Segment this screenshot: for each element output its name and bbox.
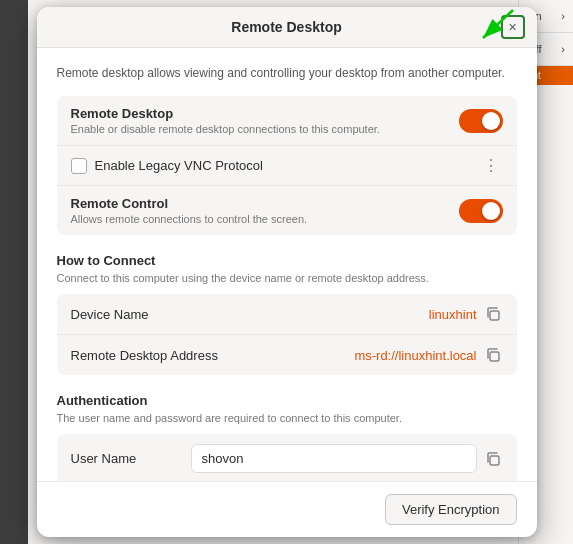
background-sidebar — [0, 0, 28, 544]
verify-encryption-button[interactable]: Verify Encryption — [385, 494, 517, 525]
remote-address-value: ms-rd://linuxhint.local — [354, 348, 476, 363]
connection-info-card: Device Name linuxhint — [57, 294, 517, 375]
remote-desktop-toggle-thumb — [482, 112, 500, 130]
remote-desktop-toggle-row: Remote Desktop Enable or disable remote … — [57, 96, 517, 146]
arrow-annotation — [453, 0, 533, 70]
username-input[interactable] — [191, 444, 477, 473]
username-copy-button[interactable] — [483, 449, 503, 469]
remote-desktop-toggle-label-group: Remote Desktop Enable or disable remote … — [71, 106, 459, 135]
authentication-section: Authentication The user name and passwor… — [57, 393, 517, 481]
remote-control-toggle-row: Remote Control Allows remote connections… — [57, 186, 517, 235]
dialog-title: Remote Desktop — [231, 19, 341, 35]
dialog-body: Remote desktop allows viewing and contro… — [37, 48, 537, 481]
remote-control-sublabel: Allows remote connections to control the… — [71, 213, 459, 225]
remote-address-row: Remote Desktop Address ms-rd://linuxhint… — [57, 335, 517, 375]
remote-desktop-toggle[interactable] — [459, 109, 503, 133]
svg-rect-2 — [490, 311, 499, 320]
how-to-connect-section: How to Connect Connect to this computer … — [57, 253, 517, 375]
svg-rect-3 — [490, 352, 499, 361]
legacy-vnc-checkbox-group: Enable Legacy VNC Protocol — [71, 158, 263, 174]
authentication-heading: Authentication — [57, 393, 517, 408]
dialog-footer: Verify Encryption — [37, 481, 537, 537]
legacy-vnc-checkbox[interactable] — [71, 158, 87, 174]
remote-control-toggle-thumb — [482, 202, 500, 220]
remote-desktop-card: Remote Desktop Enable or disable remote … — [57, 96, 517, 235]
device-name-label: Device Name — [71, 307, 191, 322]
device-name-value: linuxhint — [429, 307, 477, 322]
bg-right-on-chevron: › — [561, 10, 565, 22]
device-name-copy-button[interactable] — [483, 304, 503, 324]
username-label: User Name — [71, 451, 191, 466]
username-row: User Name — [57, 434, 517, 481]
device-name-value-group: linuxhint — [429, 304, 503, 324]
svg-rect-4 — [490, 456, 499, 465]
legacy-vnc-label: Enable Legacy VNC Protocol — [95, 158, 263, 173]
remote-control-toggle[interactable] — [459, 199, 503, 223]
remote-desktop-toggle-label: Remote Desktop — [71, 106, 459, 121]
svg-line-1 — [483, 10, 513, 38]
authentication-card: User Name Password — [57, 434, 517, 481]
how-to-connect-description: Connect to this computer using the devic… — [57, 272, 517, 284]
how-to-connect-heading: How to Connect — [57, 253, 517, 268]
dialog-overlay: On › Off › unt Remote Desktop × Remote d — [0, 0, 573, 544]
authentication-description: The user name and password are required … — [57, 412, 517, 424]
legacy-vnc-menu-button[interactable]: ⋮ — [479, 156, 503, 175]
remote-address-value-group: ms-rd://linuxhint.local — [354, 345, 502, 365]
legacy-vnc-row: Enable Legacy VNC Protocol ⋮ — [57, 146, 517, 186]
remote-address-label: Remote Desktop Address — [71, 348, 218, 363]
remote-control-label: Remote Control — [71, 196, 459, 211]
device-name-row: Device Name linuxhint — [57, 294, 517, 335]
remote-desktop-toggle-sublabel: Enable or disable remote desktop connect… — [71, 123, 459, 135]
bg-right-off-chevron: › — [561, 43, 565, 55]
remote-desktop-dialog: Remote Desktop × Remote desktop allows v… — [37, 7, 537, 537]
remote-control-label-group: Remote Control Allows remote connections… — [71, 196, 459, 225]
remote-address-copy-button[interactable] — [483, 345, 503, 365]
dialog-description: Remote desktop allows viewing and contro… — [57, 64, 517, 82]
